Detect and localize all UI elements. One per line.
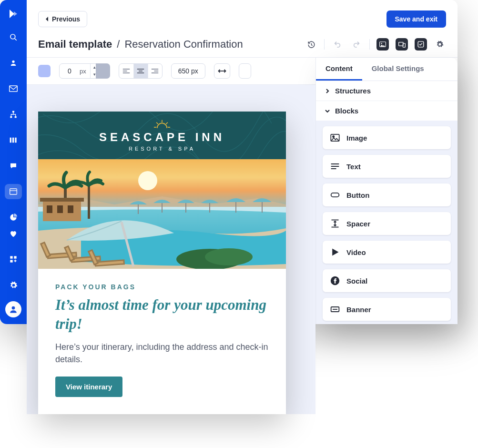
svg-point-17	[381, 43, 382, 44]
nav-contacts[interactable]	[5, 55, 22, 71]
svg-rect-10	[10, 189, 17, 194]
save-and-exit-button[interactable]: Save and exit	[386, 10, 447, 28]
extra-color-swatch[interactable]	[239, 63, 251, 79]
nav-conversations[interactable]	[5, 158, 22, 173]
template-name: Reservation Confirmation	[124, 38, 243, 51]
headline: It’s almost time for your upcoming trip!	[55, 295, 269, 333]
envelope-icon	[9, 85, 18, 92]
title-separator: /	[117, 38, 120, 51]
block-social[interactable]: Social	[323, 269, 451, 292]
block-image[interactable]: Image	[323, 126, 451, 149]
devices-icon	[398, 41, 406, 48]
nav-campaigns[interactable]	[5, 81, 22, 96]
email-body: PACK YOUR BAGS It’s almost time for your…	[38, 269, 286, 414]
svg-rect-41	[40, 198, 84, 202]
width-display[interactable]: 650 px	[171, 63, 205, 79]
person-icon	[10, 59, 17, 67]
svg-point-59	[205, 248, 253, 265]
expand-width-button[interactable]	[214, 63, 230, 79]
nav-settings[interactable]	[5, 277, 22, 293]
align-left-button[interactable]	[119, 64, 133, 78]
brand-logo[interactable]	[6, 7, 20, 21]
nav-automations[interactable]	[5, 107, 22, 122]
undo-icon	[334, 41, 341, 48]
block-label: Image	[346, 134, 367, 142]
page-title: Email template	[38, 38, 112, 51]
social-icon	[330, 276, 340, 285]
right-panel: Content Global Settings Structures Block…	[315, 58, 458, 324]
block-banner[interactable]: Banner	[323, 298, 451, 321]
align-right-button[interactable]	[148, 64, 162, 78]
svg-rect-13	[14, 256, 16, 258]
hero-header: SEASCAPE INN RESORT & SPA	[38, 112, 286, 159]
nav-apps[interactable]	[5, 252, 22, 267]
previous-button[interactable]: Previous	[38, 11, 87, 27]
block-button[interactable]: Button	[323, 183, 451, 206]
test-button[interactable]	[415, 38, 427, 51]
canvas-toolbar: px ▲▼ 650 px	[27, 58, 315, 85]
sun-icon	[154, 120, 170, 129]
undo-button[interactable]	[331, 38, 344, 51]
eyebrow: PACK YOUR BAGS	[55, 283, 269, 291]
history-button[interactable]	[305, 38, 317, 51]
align-center-button[interactable]	[133, 64, 148, 78]
image-tool-button[interactable]	[376, 38, 389, 51]
device-preview-button[interactable]	[396, 38, 408, 51]
block-video[interactable]: Video	[323, 241, 451, 264]
canvas-viewport[interactable]: SEASCAPE INN RESORT & SPA	[27, 85, 315, 414]
tab-content[interactable]: Content	[316, 58, 362, 81]
block-label: Social	[346, 277, 367, 285]
nav-search[interactable]	[5, 30, 22, 45]
blocks-list: Image Text Button Spacer	[316, 121, 458, 324]
svg-point-0	[10, 34, 15, 39]
svg-line-32	[166, 122, 168, 123]
main-column: Previous Save and exit Email template / …	[27, 0, 458, 324]
align-left-icon	[122, 68, 130, 74]
secondary-color-swatch[interactable]	[96, 63, 110, 79]
flow-icon	[10, 111, 17, 118]
pie-icon	[10, 214, 17, 221]
block-text[interactable]: Text	[323, 155, 451, 178]
section-blocks[interactable]: Blocks	[316, 101, 458, 121]
padding-field[interactable]: px ▲▼	[59, 63, 99, 79]
section-structures[interactable]: Structures	[316, 81, 458, 101]
search-icon	[9, 33, 18, 41]
body-text: Here’s your itinerary, including the add…	[55, 341, 269, 366]
svg-rect-8	[12, 138, 14, 143]
block-label: Spacer	[346, 220, 370, 228]
align-right-icon	[151, 68, 159, 74]
svg-rect-12	[10, 256, 12, 258]
svg-rect-43	[57, 205, 63, 213]
svg-rect-3	[10, 86, 18, 92]
section-structures-label: Structures	[335, 87, 371, 95]
left-rail	[0, 0, 27, 324]
nav-favorites[interactable]	[5, 226, 22, 241]
redo-button[interactable]	[350, 38, 363, 51]
email-preview[interactable]: SEASCAPE INN RESORT & SPA	[38, 112, 286, 414]
nav-deals[interactable]	[5, 132, 22, 148]
svg-rect-5	[10, 116, 12, 118]
svg-rect-44	[68, 205, 73, 213]
block-spacer[interactable]: Spacer	[323, 212, 451, 235]
heart-icon	[10, 230, 17, 237]
image-icon	[379, 41, 386, 47]
user-avatar[interactable]	[5, 301, 21, 317]
settings-button[interactable]	[434, 38, 446, 51]
bg-color-swatch[interactable]	[38, 65, 51, 77]
svg-rect-65	[331, 193, 339, 197]
align-center-icon	[137, 68, 144, 74]
tab-global-settings[interactable]: Global Settings	[362, 58, 434, 81]
svg-rect-9	[15, 138, 16, 143]
padding-input[interactable]	[60, 67, 80, 75]
brand-sub: RESORT & SPA	[129, 146, 195, 152]
banner-icon	[330, 305, 340, 314]
nav-reports[interactable]	[5, 210, 22, 225]
person-icon	[9, 305, 18, 314]
brand-name: SEASCAPE INN	[99, 131, 225, 144]
play-icon	[330, 247, 340, 257]
nav-site[interactable]	[5, 184, 22, 199]
svg-rect-39	[88, 185, 90, 219]
svg-rect-18	[398, 42, 403, 46]
cta-button[interactable]: View itinerary	[55, 377, 122, 397]
section-blocks-label: Blocks	[335, 107, 358, 115]
